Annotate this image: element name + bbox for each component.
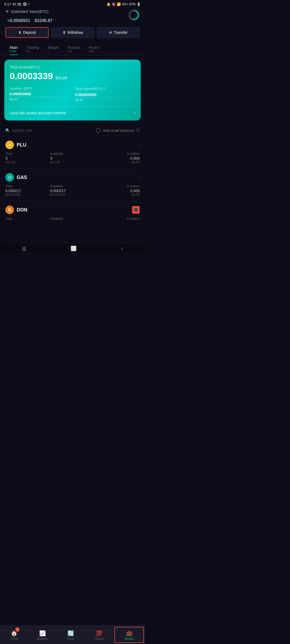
4g-icon: 4G+ <box>122 2 128 6</box>
card-details: Lending...(BTC) 0.00000000 $0.00 Total I… <box>10 87 135 102</box>
stat-available-plu: Available 3 $13.25 <box>50 152 95 164</box>
image-icon: 🖼 <box>23 2 27 6</box>
btc-value: ≈0.0566501 $2246.87 <box>5 15 53 24</box>
stat-orders-plu: In orders 0.000 $0.00 <box>95 152 140 164</box>
tab-main[interactable]: Main 0.5% <box>5 42 22 55</box>
hide-small-balances[interactable]: Hide small balances ⓘ <box>96 128 140 133</box>
coin-item-don[interactable]: D DON ⬛ Total Available In orders <box>4 201 141 243</box>
help-icon: ⓘ <box>136 128 140 133</box>
action-buttons: ⬇ Deposit ⬆ Withdraw ⇄ Transfer <box>0 27 145 42</box>
tabs-container: Main 0.5% Trading 5% Margin - - Futures … <box>0 42 145 55</box>
search-icon: 🔍 <box>5 128 10 133</box>
coin-symbol-gas: GAS <box>17 175 27 180</box>
don-red-badge[interactable]: ⬛ <box>132 206 140 214</box>
status-bar: 5:17 M 📷 🖼 • 🔔 🔇 📶 4G+ 67% 🔋 <box>0 0 145 7</box>
stat-total-gas: Total 0.000217 $0.001838 <box>5 184 50 197</box>
status-left: 5:17 M 📷 🖼 • <box>4 2 30 6</box>
coin-icon-plu: ● <box>5 141 14 149</box>
home-button[interactable]: ⬜ <box>71 246 77 251</box>
coin-stats-don: Total Available In orders <box>5 217 140 221</box>
signal-icon: 📶 <box>117 2 121 6</box>
coin-stats-gas: Total 0.000217 $0.001838 Available 0.000… <box>5 184 140 197</box>
stat-total-don: Total <box>5 217 50 221</box>
info-icon: ⓘ <box>103 87 106 91</box>
header-left: 👁 Estimated Value(BTC) ≈0.0566501 $2246.… <box>5 9 53 24</box>
transfer-button[interactable]: ⇄ Transfer <box>97 27 140 38</box>
transfer-icon: ⇄ <box>109 30 112 35</box>
coin-icon-don: D <box>5 206 14 214</box>
coin-item-gas[interactable]: ⬡ GAS › Total 0.000217 $0.001838 Availab… <box>4 169 141 201</box>
system-nav: ||| ⬜ ‹ <box>0 243 145 253</box>
don-badge-icon: ⬛ <box>134 208 138 212</box>
time: 5:17 <box>4 2 11 6</box>
gmail-icon: M <box>13 2 16 6</box>
tabs: Main 0.5% Trading 5% Margin - - Futures … <box>5 42 140 55</box>
status-right: 🔔 🔇 📶 4G+ 67% 🔋 <box>107 2 141 6</box>
deposit-icon: ⬇ <box>18 30 21 35</box>
eye-icon: 👁 <box>5 9 9 14</box>
card-btc-value: 0.0003339 $13.24 <box>10 71 135 81</box>
tab-poolx[interactable]: Pool-X 89% <box>85 42 105 55</box>
coin-header-gas: ⬡ GAS › <box>5 173 140 182</box>
deposit-button[interactable]: ⬇ Deposit <box>5 27 49 38</box>
lend-cta[interactable]: Lend idle assets and earn interest › <box>10 111 135 115</box>
search-left[interactable]: 🔍 Search coin <box>5 128 32 133</box>
chevron-right-icon: › <box>134 111 135 115</box>
tab-margin[interactable]: Margin - - <box>43 42 63 55</box>
mute-icon: 🔇 <box>112 2 116 6</box>
interest-detail: Total Interest(BTC) ⓘ 0.00000000 $0.00 <box>75 87 135 102</box>
stat-orders-don: In orders <box>95 217 140 221</box>
card-divider <box>10 106 135 107</box>
coin-header-don: D DON ⬛ <box>5 206 140 214</box>
stat-orders-gas: In orders 0.000 $0.00 <box>95 184 140 197</box>
chevron-right-plu: › <box>138 142 140 147</box>
coin-name-area-plu: ● PLU <box>5 141 26 149</box>
stat-available-gas: Available 0.000217 $0.001838 <box>50 184 95 197</box>
tab-futures[interactable]: Futures 4% <box>63 42 85 55</box>
instagram-icon: 📷 <box>17 2 21 6</box>
coin-list: ● PLU › Total 3 $13.25 Available 3 $13.2… <box>0 136 145 243</box>
coin-item-plu[interactable]: ● PLU › Total 3 $13.25 Available 3 $13.2… <box>4 136 141 169</box>
portfolio-icon[interactable] <box>128 9 140 21</box>
recents-button[interactable]: ||| <box>22 246 26 251</box>
header: 👁 Estimated Value(BTC) ≈0.0566501 $2246.… <box>0 7 145 27</box>
estimated-value-label: 👁 Estimated Value(BTC) <box>5 9 53 14</box>
coin-header-plu: ● PLU › <box>5 141 140 149</box>
withdraw-button[interactable]: ⬆ Withdraw <box>51 27 94 38</box>
chevron-right-gas: › <box>138 175 140 180</box>
tab-trading[interactable]: Trading 5% <box>22 42 43 55</box>
card-title: Total Assets(BTC) <box>10 65 135 69</box>
search-area: 🔍 Search coin Hide small balances ⓘ <box>0 125 145 136</box>
lending-detail: Lending...(BTC) 0.00000000 $0.00 <box>10 87 70 102</box>
coin-name-area-don: D DON <box>5 206 27 214</box>
coin-symbol-don: DON <box>17 207 27 213</box>
coin-name-area-gas: ⬡ GAS <box>5 173 27 182</box>
back-button[interactable]: ‹ <box>121 246 123 251</box>
coin-symbol-plu: PLU <box>17 142 26 148</box>
coin-icon-gas: ⬡ <box>5 173 14 182</box>
dot-indicator: • <box>28 2 30 6</box>
coin-stats-plu: Total 3 $13.25 Available 3 $13.25 In ord… <box>5 152 140 164</box>
stat-total-plu: Total 3 $13.25 <box>5 152 50 164</box>
stat-available-don: Available <box>50 217 95 221</box>
main-asset-card: Total Assets(BTC) 0.0003339 $13.24 Lendi… <box>4 60 141 120</box>
alarm-icon: 🔔 <box>107 2 111 6</box>
battery-icon: 🔋 <box>137 2 141 6</box>
hide-small-toggle[interactable] <box>96 128 101 133</box>
withdraw-icon: ⬆ <box>63 30 66 35</box>
battery-level: 67% <box>129 2 136 6</box>
